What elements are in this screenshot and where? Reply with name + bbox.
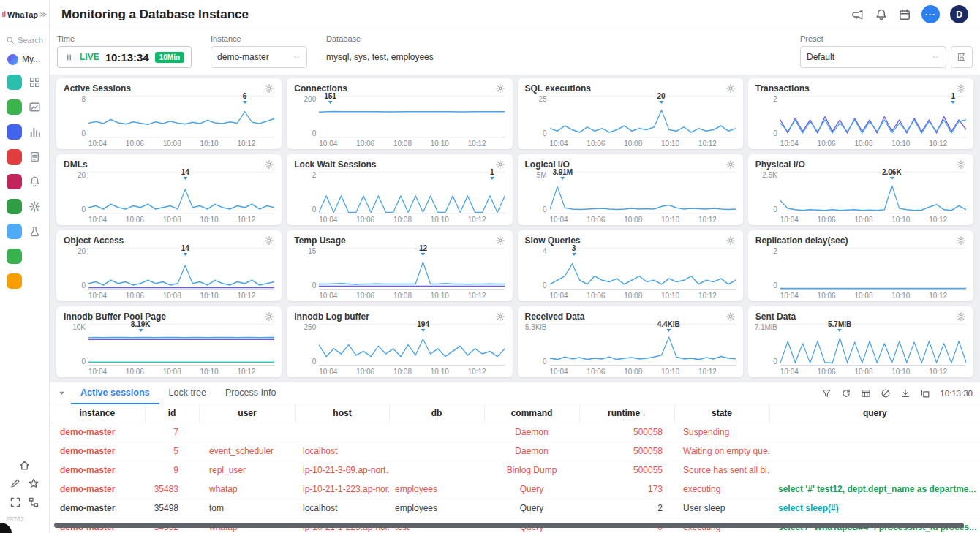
- chart-title: SQL executions: [525, 83, 591, 94]
- home-icon[interactable]: [18, 459, 31, 472]
- columns-icon[interactable]: [861, 388, 871, 398]
- chart-settings-gear-icon[interactable]: [956, 235, 966, 246]
- chart-settings-gear-icon[interactable]: [264, 311, 274, 322]
- announcement-icon[interactable]: [851, 8, 864, 21]
- chart-settings-gear-icon[interactable]: [725, 235, 736, 246]
- column-header-query[interactable]: query: [769, 404, 980, 423]
- sidebar-item-statistics[interactable]: [25, 120, 45, 144]
- filter-icon[interactable]: [821, 388, 832, 398]
- sidebar-collapse-icon[interactable]: ≫: [39, 10, 47, 18]
- column-header-instance[interactable]: instance: [50, 404, 145, 423]
- chart-settings-gear-icon[interactable]: [725, 159, 736, 170]
- sidebar-item-dashboard[interactable]: [25, 70, 45, 94]
- pen-icon[interactable]: [10, 477, 21, 489]
- sidebar-item-database-monitoring[interactable]: [4, 145, 25, 169]
- chart-settings-gear-icon[interactable]: [495, 311, 505, 322]
- block-icon[interactable]: [881, 388, 891, 398]
- cell-command: Binlog Dump: [484, 461, 579, 480]
- sidebar-search[interactable]: Search: [6, 31, 43, 50]
- chart-settings-gear-icon[interactable]: [264, 83, 274, 94]
- chart-settings-gear-icon[interactable]: [264, 159, 274, 170]
- chart-plot[interactable]: 3.91M: [550, 171, 736, 214]
- tab-lock-tree[interactable]: Lock tree: [159, 382, 216, 404]
- refresh-icon[interactable]: [841, 388, 851, 398]
- sidebar-item-settings[interactable]: [25, 194, 45, 219]
- download-icon[interactable]: [900, 388, 911, 398]
- chart-settings-gear-icon[interactable]: [956, 159, 966, 170]
- support-chat-button[interactable]: ···: [921, 5, 940, 23]
- chart-settings-gear-icon[interactable]: [956, 83, 966, 94]
- sidebar-item-server-monitoring[interactable]: [4, 95, 25, 119]
- chart-plot[interactable]: 14: [88, 171, 274, 214]
- preset-select[interactable]: Default: [800, 46, 946, 68]
- collapse-panel-icon[interactable]: [57, 388, 67, 398]
- column-header-db[interactable]: db: [389, 404, 484, 423]
- star-icon[interactable]: [28, 477, 39, 489]
- chart-plot[interactable]: 5.7MiB: [780, 323, 966, 366]
- chart-plot[interactable]: 6: [88, 95, 274, 138]
- horizontal-scrollbar[interactable]: [54, 523, 964, 528]
- sidebar-item-my[interactable]: My...: [0, 50, 49, 69]
- chart-settings-gear-icon[interactable]: [725, 311, 736, 322]
- chart-plot[interactable]: 4.4KiB: [550, 323, 736, 366]
- sidebar-item-report[interactable]: [25, 145, 45, 169]
- chart-plot[interactable]: 151: [319, 95, 505, 138]
- calendar-icon[interactable]: [898, 8, 911, 21]
- column-header-command[interactable]: command: [484, 404, 579, 423]
- column-header-user[interactable]: user: [199, 404, 295, 423]
- column-header-id[interactable]: id: [145, 404, 199, 423]
- session-row[interactable]: demo-master9repl_userip-10-21-3-69.ap-no…: [50, 461, 980, 480]
- sidebar-item-agent-monitoring[interactable]: [4, 269, 25, 293]
- instance-select[interactable]: demo-master: [211, 46, 307, 68]
- sidebar-item-url-monitoring[interactable]: [4, 170, 25, 194]
- chart-plot[interactable]: [780, 247, 966, 290]
- notification-bell-icon[interactable]: [875, 8, 888, 21]
- tab-process-info[interactable]: Process Info: [216, 382, 285, 404]
- chart-settings-gear-icon[interactable]: [495, 235, 505, 246]
- chart-settings-gear-icon[interactable]: [264, 235, 274, 246]
- sidebar-item-cloud-monitoring[interactable]: [4, 219, 25, 243]
- save-preset-button[interactable]: [951, 46, 973, 68]
- time-control[interactable]: LIVE 10:13:34 10Min: [57, 46, 192, 68]
- chart-plot[interactable]: 14: [88, 247, 274, 290]
- chart-settings-gear-icon[interactable]: [956, 311, 966, 322]
- session-row[interactable]: demo-master35498tomlocalhostemployeesQue…: [50, 499, 980, 518]
- chart-plot[interactable]: 8.19K: [88, 323, 274, 366]
- chart-settings-gear-icon[interactable]: [725, 83, 736, 94]
- chart-plot[interactable]: 20: [550, 95, 736, 138]
- sidebar-item-analysis[interactable]: [25, 95, 45, 119]
- chart-plot[interactable]: 2.06K: [780, 171, 966, 214]
- sidebar-item-alert[interactable]: [25, 170, 45, 194]
- pause-icon[interactable]: [64, 53, 74, 62]
- sidebar-item-experiment[interactable]: [25, 219, 45, 243]
- chart-plot[interactable]: 3: [550, 247, 736, 290]
- column-header-state[interactable]: state: [674, 404, 769, 423]
- instance-filter-group: Instance demo-master: [211, 34, 307, 68]
- session-row[interactable]: demo-master5event_schedulerlocalhostDaem…: [50, 442, 980, 461]
- y-max-label: 200: [304, 95, 317, 103]
- chart-plot[interactable]: 1: [319, 171, 505, 214]
- session-row[interactable]: demo-master35483whatapip-10-21-1-223.ap-…: [50, 480, 980, 499]
- whatap-logo[interactable]: ıl WhaTap ≫: [0, 0, 49, 29]
- chart-plot[interactable]: 1: [780, 95, 966, 138]
- tab-active-sessions[interactable]: Active sessions: [71, 382, 159, 404]
- chart-settings-gear-icon[interactable]: [495, 159, 505, 170]
- sidebar-item-application-monitoring[interactable]: [4, 70, 25, 94]
- chart-plot[interactable]: 194: [319, 323, 505, 366]
- sitemap-icon[interactable]: [28, 496, 39, 508]
- avatar[interactable]: D: [950, 5, 968, 23]
- x-tick-label: 10:10: [431, 140, 468, 148]
- chart-settings-gear-icon[interactable]: [495, 83, 505, 94]
- session-row[interactable]: demo-master7Daemon500058Suspending: [50, 423, 980, 442]
- sidebar-item-kubernetes-monitoring[interactable]: [4, 120, 25, 144]
- column-header-runtime[interactable]: runtime ↓: [579, 404, 674, 423]
- cell-db: employees: [389, 480, 484, 499]
- sidebar-item-log-monitoring[interactable]: [4, 244, 25, 268]
- chart-plot[interactable]: 12: [319, 247, 505, 290]
- column-header-host[interactable]: host: [295, 404, 389, 423]
- copy-icon[interactable]: [920, 388, 930, 398]
- chart-svg: [550, 95, 736, 138]
- fullscreen-icon[interactable]: [10, 496, 21, 508]
- time-range-badge[interactable]: 10Min: [155, 52, 184, 63]
- sidebar-item-browser-monitoring[interactable]: [4, 194, 25, 219]
